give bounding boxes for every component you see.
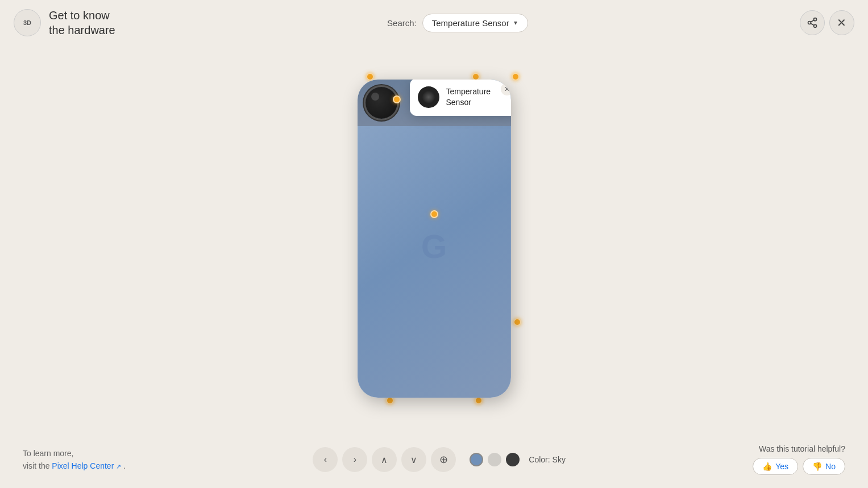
svg-line-3 — [811, 23, 814, 25]
header-actions: ✕ — [800, 10, 854, 35]
hotspot-right-mid[interactable] — [513, 318, 521, 326]
hotspot-temperature-sensor[interactable] — [393, 95, 401, 103]
external-link-icon: ↗ — [116, 463, 121, 470]
hotspot-top-far-right[interactable] — [512, 73, 520, 81]
visit-text: visit the Pixel Help Center ↗ . — [23, 460, 126, 472]
thumbs-up-icon: 👍 — [762, 462, 772, 471]
close-button[interactable]: ✕ — [829, 10, 854, 35]
color-swatch-porcelain[interactable] — [488, 453, 501, 466]
tooltip-sensor-icon — [418, 86, 439, 108]
svg-line-4 — [811, 20, 814, 22]
phone-wrapper: Temperature Sensor ✕ G — [358, 80, 511, 398]
color-swatch-sky[interactable] — [470, 453, 483, 466]
yes-button[interactable]: 👍 Yes — [753, 458, 798, 475]
nav-up-button[interactable]: ∧ — [372, 447, 397, 472]
nav-prev-button[interactable]: ‹ — [313, 447, 338, 472]
feedback-section: Was this tutorial helpful? 👍 Yes 👎 No — [753, 444, 845, 475]
yes-label: Yes — [775, 462, 788, 471]
search-dropdown[interactable]: Temperature Sensor ▾ — [422, 14, 528, 32]
up-icon: ∧ — [381, 454, 388, 465]
next-icon: › — [354, 454, 356, 465]
no-label: No — [825, 462, 836, 471]
pixel-help-center-link[interactable]: Pixel Help Center ↗ — [52, 461, 123, 470]
no-button[interactable]: 👎 No — [803, 458, 845, 475]
nav-down-button[interactable]: ∨ — [401, 447, 426, 472]
zoom-icon: ⊕ — [439, 453, 448, 466]
color-label: Color: Sky — [529, 455, 566, 464]
search-label: Search: — [387, 18, 417, 28]
tooltip-temperature-sensor: Temperature Sensor ✕ — [410, 80, 511, 116]
down-icon: ∨ — [410, 454, 417, 465]
google-logo: G — [421, 227, 447, 265]
main-content: Temperature Sensor ✕ G — [0, 45, 868, 431]
chevron-down-icon: ▾ — [514, 19, 517, 27]
hotspot-bottom-right[interactable] — [475, 397, 483, 404]
color-swatch-obsidian[interactable] — [506, 453, 520, 466]
camera-bar: Temperature Sensor ✕ — [358, 80, 511, 126]
hotspot-bottom-left[interactable] — [386, 397, 394, 404]
nav-next-button[interactable]: › — [342, 447, 367, 472]
page-title: Get to know the hardware — [49, 8, 115, 37]
bottom-bar: To learn more, visit the Pixel Help Cent… — [0, 431, 868, 488]
tooltip-close-icon: ✕ — [504, 85, 510, 93]
phone-body: Temperature Sensor ✕ G — [358, 80, 511, 398]
learn-more-section: To learn more, visit the Pixel Help Cent… — [23, 447, 126, 473]
bottom-center: ‹ › ∧ ∨ ⊕ Color: Sky — [313, 447, 566, 472]
hotspot-center[interactable] — [430, 210, 438, 218]
search-value: Temperature Sensor — [432, 18, 509, 28]
close-icon: ✕ — [837, 16, 846, 30]
tooltip-close-button[interactable]: ✕ — [501, 83, 511, 95]
search-section: Search: Temperature Sensor ▾ — [387, 14, 528, 32]
color-swatches: Color: Sky — [470, 453, 566, 466]
share-button[interactable] — [800, 10, 825, 35]
3d-badge[interactable]: 3D — [14, 9, 41, 36]
hotspot-top-left[interactable] — [366, 73, 374, 81]
header: 3D Get to know the hardware Search: Temp… — [0, 0, 868, 45]
thumbs-down-icon: 👎 — [812, 462, 822, 471]
helpful-question: Was this tutorial helpful? — [759, 444, 845, 453]
header-left: 3D Get to know the hardware — [14, 8, 115, 37]
tooltip-sensor-text: Temperature Sensor — [446, 86, 510, 107]
prev-icon: ‹ — [324, 454, 327, 465]
zoom-button[interactable]: ⊕ — [431, 447, 456, 472]
helpful-buttons: 👍 Yes 👎 No — [753, 458, 845, 475]
learn-more-text: To learn more, — [23, 447, 126, 460]
